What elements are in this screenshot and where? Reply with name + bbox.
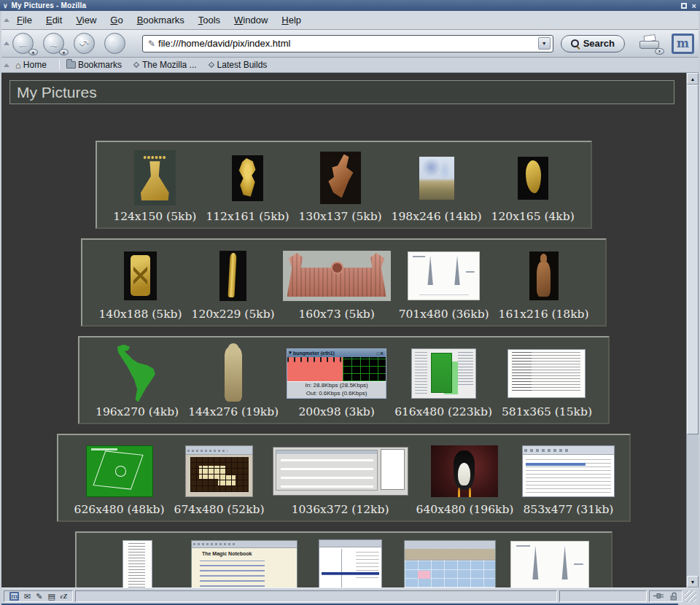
- print-dropdown-button[interactable]: [655, 48, 664, 55]
- menu-view[interactable]: View: [76, 15, 96, 26]
- menu-go[interactable]: Go: [110, 15, 122, 26]
- bookmark-label: Bookmarks: [78, 60, 122, 70]
- menu-tools[interactable]: Tools: [198, 15, 220, 26]
- forward-dropdown-button[interactable]: [59, 49, 69, 55]
- url-input[interactable]: [158, 38, 538, 49]
- thumbnail-terminal-text[interactable]: [508, 349, 586, 398]
- thumb-zone: [219, 244, 246, 307]
- thumbnail-tux[interactable]: [431, 445, 498, 497]
- gallery-cell: 161x216 (18kb): [497, 244, 591, 323]
- close-icon[interactable]: [692, 3, 696, 9]
- thumb-zone: [283, 244, 391, 307]
- thumbnail-soccer-field[interactable]: [86, 445, 153, 497]
- thumbnail-caption: 1036x372 (12kb): [290, 502, 391, 518]
- thumbnail-doc-tree[interactable]: [122, 540, 152, 588]
- bookmark-label: Home: [23, 60, 47, 70]
- thumbnail-copper-comb[interactable]: [283, 251, 391, 301]
- thumb-zone: [529, 244, 559, 307]
- scroll-up-icon[interactable]: [687, 73, 699, 85]
- thumb-zone: [319, 537, 382, 588]
- thumbnail-gold-mask[interactable]: [518, 157, 548, 200]
- url-bar[interactable]: [142, 35, 553, 52]
- gallery-row: 140x188 (5kb)120x229 (5kb)160x73 (5kb)70…: [81, 238, 606, 327]
- vertical-scrollbar[interactable]: [686, 73, 699, 588]
- thumbnail-form-dialog[interactable]: [273, 447, 408, 496]
- thumbnail-gold-plaque[interactable]: [124, 251, 157, 300]
- scrollbar-thumb[interactable]: [687, 85, 699, 434]
- gallery-cell: 626x480 (48kb): [73, 440, 166, 518]
- bungmeter-grid: [343, 357, 386, 381]
- gallery-cell: 196x270 (4kb): [94, 342, 180, 421]
- back-button[interactable]: ←: [12, 33, 34, 54]
- mozilla-logo[interactable]: m: [672, 34, 694, 54]
- window-menu-icon[interactable]: [3, 2, 8, 9]
- thumbnail-diagram[interactable]: [510, 541, 589, 588]
- thumbnail-list-window[interactable]: [522, 445, 615, 497]
- menu-bookmarks[interactable]: Bookmarks: [137, 15, 184, 26]
- thumbnail-diagram[interactable]: [408, 251, 480, 300]
- notebook-page-title: The Magic Notebook: [202, 551, 252, 556]
- status-right-icons: [649, 590, 682, 602]
- navigator-icon[interactable]: m: [9, 592, 19, 601]
- thumbnail-gold-ornament[interactable]: [232, 155, 263, 201]
- bungmeter-stats: In: 28.8Kbps (28.5Kbps)Out: 0.6Kbps (0.6…: [287, 381, 386, 398]
- bookmark-item-home[interactable]: Home: [15, 60, 47, 70]
- search-button[interactable]: Search: [561, 35, 625, 52]
- thumbnail-calendar[interactable]: [404, 540, 496, 588]
- bookmark-item-the-mozilla[interactable]: The Mozilla ...: [133, 60, 197, 70]
- scroll-down-icon[interactable]: [687, 576, 699, 588]
- thumbnail-caption: 198x246 (14kb): [390, 209, 483, 225]
- page-title: My Pictures: [9, 80, 674, 104]
- forward-button[interactable]: →: [43, 33, 64, 54]
- bungmeter-in-graph: [287, 357, 343, 381]
- thumb-zone: [232, 147, 263, 209]
- thumbnail-copper-artifact[interactable]: [320, 152, 361, 204]
- bookmark-item-bookmarks[interactable]: Bookmarks: [66, 60, 122, 70]
- resize-grip[interactable]: [685, 590, 696, 602]
- thumbnail-gold-pendant[interactable]: [134, 150, 176, 206]
- print-button[interactable]: [638, 35, 661, 52]
- thumbnail-caption: 120x165 (4kb): [490, 209, 576, 225]
- gallery-cell: 144x276 (19kb): [187, 342, 280, 421]
- thumbnail-screenshot-green[interactable]: [411, 348, 476, 399]
- bookmark-item-latest-builds[interactable]: Latest Builds: [208, 60, 268, 70]
- thumbnail-window-tree[interactable]: [319, 539, 382, 588]
- thumbnail-caption: 196x270 (4kb): [94, 405, 180, 421]
- composer-icon[interactable]: ✎: [36, 591, 42, 601]
- bookmark-label: The Mozilla ...: [142, 60, 197, 70]
- url-dropdown-button[interactable]: [538, 37, 551, 50]
- thumbnail-magic-notebook[interactable]: The Magic Notebook: [191, 540, 298, 588]
- reload-button[interactable]: ↶: [74, 33, 95, 54]
- toolbar-grippy[interactable]: [1, 11, 11, 29]
- chatzilla-icon[interactable]: cZ: [61, 593, 68, 600]
- window-titlebar[interactable]: My Pictures - Mozilla: [0, 0, 700, 11]
- gallery-cell: The Magic Notebook717x480 (420kb): [191, 537, 298, 588]
- mail-icon[interactable]: ✉: [24, 591, 31, 601]
- thumbnail-ceramic-statue[interactable]: [529, 251, 559, 300]
- thumbnail-caption: 640x480 (196kb): [415, 502, 516, 518]
- online-plug-icon[interactable]: [653, 593, 665, 599]
- address-book-icon[interactable]: ▤: [47, 591, 55, 601]
- menu-file[interactable]: File: [17, 15, 32, 26]
- thumbnail-game-board[interactable]: [185, 445, 253, 497]
- thumbnail-bungmeter[interactable]: bungmeter (eth1)In: 28.8Kbps (28.5Kbps)O…: [287, 348, 386, 399]
- thumbnail-painting[interactable]: [419, 157, 454, 200]
- thumbnail-statue[interactable]: [216, 343, 252, 404]
- thumbnail-gold-strip[interactable]: [219, 251, 246, 301]
- menu-window[interactable]: Window: [234, 15, 268, 26]
- toolbar-grippy[interactable]: [1, 30, 11, 57]
- gallery-cell: 112x161 (5kb): [204, 147, 290, 225]
- menu-help[interactable]: Help: [281, 15, 301, 26]
- security-lock-icon[interactable]: [669, 592, 678, 601]
- toolbar-grippy[interactable]: [1, 58, 11, 72]
- stop-button[interactable]: ×: [104, 33, 125, 54]
- gallery-cell: 130x137 (5kb): [298, 147, 384, 225]
- thumbnail-caption: 853x477 (31kb): [521, 502, 615, 518]
- maximize-icon[interactable]: [681, 3, 687, 9]
- thumbnail-caption: 674x480 (52kb): [173, 502, 266, 518]
- nav-buttons: ←→↶×: [12, 33, 135, 54]
- back-dropdown-button[interactable]: [28, 49, 38, 55]
- menu-edit[interactable]: Edit: [46, 15, 62, 26]
- gallery-cell: 160x73 (5kb): [283, 244, 391, 323]
- thumbnail-latam-map[interactable]: [114, 345, 160, 402]
